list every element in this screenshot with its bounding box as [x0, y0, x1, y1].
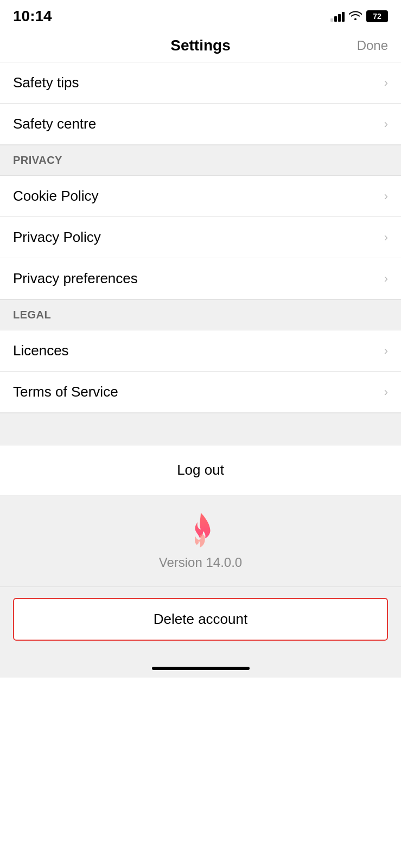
flame-icon: [184, 512, 217, 550]
delete-account-button[interactable]: Delete account: [13, 598, 388, 641]
logout-label: Log out: [177, 462, 224, 478]
signal-icon: [330, 11, 345, 22]
home-bar: [152, 667, 250, 670]
chevron-right-icon: ›: [384, 189, 388, 203]
safety-section: Safety tips › Safety centre ›: [0, 62, 401, 145]
privacy-section-label: PRIVACY: [13, 154, 62, 166]
settings-header: Settings Done: [0, 29, 401, 62]
status-time: 10:14: [13, 8, 52, 25]
cookie-policy-label: Cookie Policy: [13, 188, 99, 205]
privacy-preferences-label: Privacy preferences: [13, 270, 138, 287]
status-bar: 10:14 72: [0, 0, 401, 29]
privacy-section-header: PRIVACY: [0, 145, 401, 176]
chevron-right-icon: ›: [384, 344, 388, 358]
privacy-policy-item[interactable]: Privacy Policy ›: [0, 217, 401, 258]
safety-centre-label: Safety centre: [13, 116, 96, 132]
chevron-right-icon: ›: [384, 231, 388, 245]
logout-section[interactable]: Log out: [0, 445, 401, 495]
home-indicator: [0, 657, 401, 678]
battery-icon: 72: [366, 10, 388, 22]
done-button[interactable]: Done: [357, 38, 388, 53]
version-section: Version 14.0.0: [0, 495, 401, 587]
chevron-right-icon: ›: [384, 272, 388, 286]
terms-of-service-label: Terms of Service: [13, 384, 118, 400]
status-icons: 72: [330, 10, 388, 23]
safety-centre-item[interactable]: Safety centre ›: [0, 104, 401, 145]
cookie-policy-item[interactable]: Cookie Policy ›: [0, 176, 401, 217]
licences-item[interactable]: Licences ›: [0, 330, 401, 372]
version-label: Version 14.0.0: [159, 555, 242, 570]
terms-of-service-item[interactable]: Terms of Service ›: [0, 372, 401, 413]
chevron-right-icon: ›: [384, 76, 388, 90]
legal-section-header: LEGAL: [0, 299, 401, 330]
privacy-policy-label: Privacy Policy: [13, 229, 101, 246]
safety-tips-item[interactable]: Safety tips ›: [0, 62, 401, 104]
legal-section-label: LEGAL: [13, 309, 51, 321]
privacy-section: PRIVACY Cookie Policy › Privacy Policy ›…: [0, 145, 401, 299]
spacer: [0, 413, 401, 445]
wifi-icon: [349, 10, 362, 23]
safety-tips-label: Safety tips: [13, 74, 79, 91]
delete-account-section: Delete account: [0, 587, 401, 657]
privacy-preferences-item[interactable]: Privacy preferences ›: [0, 258, 401, 299]
chevron-right-icon: ›: [384, 385, 388, 399]
chevron-right-icon: ›: [384, 117, 388, 131]
page-title: Settings: [170, 37, 230, 54]
legal-section: LEGAL Licences › Terms of Service ›: [0, 299, 401, 413]
licences-label: Licences: [13, 342, 69, 359]
